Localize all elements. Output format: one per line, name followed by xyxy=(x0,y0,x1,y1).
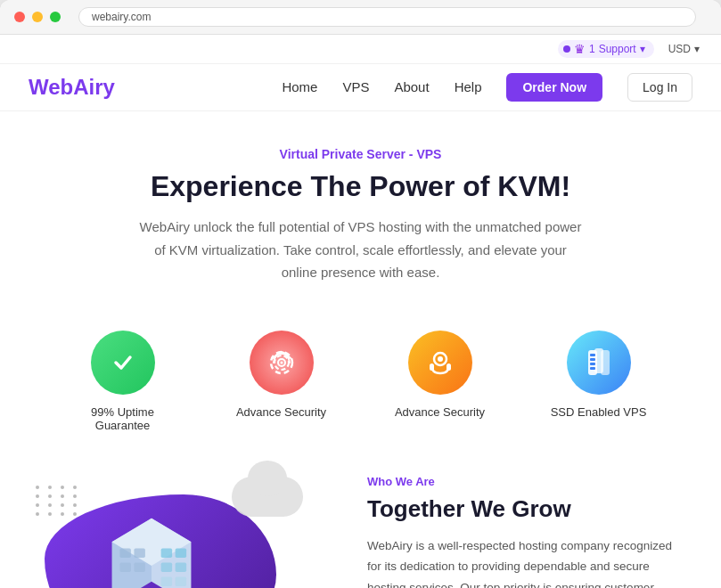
svg-rect-26 xyxy=(134,548,144,558)
dot xyxy=(36,494,39,498)
who-description: WebAiry is a well-respected hosting comp… xyxy=(367,535,685,589)
badge-count: 1 xyxy=(589,43,595,55)
dots-left xyxy=(36,486,80,516)
svg-rect-11 xyxy=(601,350,610,375)
feature-uptime: 99% Uptime Guarantee xyxy=(65,331,181,432)
who-title: Together We Grow xyxy=(367,495,685,523)
svg-rect-15 xyxy=(590,367,595,370)
support-label: Support xyxy=(599,43,636,55)
security2-icon xyxy=(408,331,472,395)
dot xyxy=(36,512,39,516)
dot xyxy=(61,503,64,507)
feature-security2: Advance Security xyxy=(382,331,498,432)
browser-dot-close[interactable] xyxy=(14,12,25,22)
nav-link-help[interactable]: Help xyxy=(455,79,482,94)
nav-item-login[interactable]: Log In xyxy=(627,73,692,102)
svg-point-4 xyxy=(280,361,283,363)
nav-item-help[interactable]: Help xyxy=(455,79,482,95)
logo-web: Web xyxy=(29,75,73,99)
dot xyxy=(36,486,39,489)
browser-dot-maximize[interactable] xyxy=(50,12,61,22)
currency-arrow: ▾ xyxy=(694,43,700,55)
support-badge[interactable]: ♛ 1 Support ▾ xyxy=(558,40,654,58)
dot xyxy=(73,494,77,498)
dot xyxy=(73,512,77,516)
who-section: + + + + + + + + + Who We Are Together We… xyxy=(0,446,721,589)
nav-link-home[interactable]: Home xyxy=(282,79,317,94)
svg-rect-21 xyxy=(161,562,172,572)
svg-rect-19 xyxy=(161,548,172,558)
security2-label: Advance Security xyxy=(395,405,485,419)
login-button[interactable]: Log In xyxy=(627,73,692,102)
support-arrow: ▾ xyxy=(640,43,645,55)
dot xyxy=(36,503,39,507)
building-illustration xyxy=(80,494,223,589)
hero-section: Virtual Private Server - VPS Experience … xyxy=(0,111,721,302)
who-text: Who We Are Together We Grow WebAiry is a… xyxy=(367,468,685,589)
crown-icon: ♛ xyxy=(574,42,586,56)
dot xyxy=(61,486,64,489)
uptime-icon xyxy=(91,331,155,395)
dot xyxy=(73,503,77,507)
browser-window: webairy.com ♛ 1 Support ▾ USD ▾ WebAiry xyxy=(0,0,721,588)
currency-section[interactable]: USD ▾ xyxy=(668,43,700,55)
uptime-label: 99% Uptime Guarantee xyxy=(65,405,181,432)
dot xyxy=(48,512,52,516)
svg-rect-12 xyxy=(590,354,595,356)
dot xyxy=(48,486,52,489)
security1-label: Advance Security xyxy=(236,405,326,419)
feature-ssd: SSD Enabled VPS xyxy=(541,331,657,432)
svg-rect-14 xyxy=(590,363,595,365)
svg-rect-28 xyxy=(134,562,144,572)
svg-rect-7 xyxy=(447,363,451,371)
logo[interactable]: WebAiry xyxy=(29,75,115,100)
nav-link-vps[interactable]: VPS xyxy=(342,79,369,94)
svg-rect-20 xyxy=(176,548,186,558)
browser-url-bar[interactable]: webairy.com xyxy=(78,7,696,27)
feature-security1: Advance Security xyxy=(224,331,340,432)
ssd-icon xyxy=(567,331,631,395)
svg-rect-25 xyxy=(119,548,130,558)
svg-rect-6 xyxy=(430,363,434,371)
svg-point-0 xyxy=(107,347,139,379)
svg-point-8 xyxy=(438,356,443,362)
nav-item-home[interactable]: Home xyxy=(282,79,317,95)
illustration: + + + + + + + + + xyxy=(36,468,339,589)
ssd-label: SSD Enabled VPS xyxy=(551,405,647,419)
logo-airy: Airy xyxy=(73,75,115,99)
support-dot xyxy=(563,45,570,53)
top-bar: ♛ 1 Support ▾ USD ▾ xyxy=(0,35,721,64)
nav-link-about[interactable]: About xyxy=(394,79,429,94)
nav-item-vps[interactable]: VPS xyxy=(342,79,369,95)
currency-label: USD xyxy=(668,43,691,55)
order-now-button[interactable]: Order Now xyxy=(506,73,602,102)
dot xyxy=(73,486,77,489)
dot xyxy=(61,512,64,516)
browser-dot-minimize[interactable] xyxy=(32,12,43,22)
hero-title: Experience The Power of KVM! xyxy=(71,170,650,203)
nav-item-order[interactable]: Order Now xyxy=(506,73,602,102)
svg-rect-23 xyxy=(161,576,172,586)
svg-rect-22 xyxy=(176,562,186,572)
dot xyxy=(61,494,64,498)
dot xyxy=(48,494,52,498)
page-content: ♛ 1 Support ▾ USD ▾ WebAiry Home VPS Abo… xyxy=(0,35,721,588)
support-section[interactable]: ♛ 1 Support ▾ xyxy=(558,40,654,58)
svg-rect-27 xyxy=(119,562,130,572)
features-section: 99% Uptime Guarantee Advance Security xyxy=(0,302,721,446)
dot xyxy=(48,503,52,507)
nav-item-about[interactable]: About xyxy=(394,79,429,95)
browser-bar: webairy.com xyxy=(0,0,721,35)
svg-rect-13 xyxy=(590,358,595,361)
cloud-decoration xyxy=(232,477,303,517)
who-label: Who We Are xyxy=(367,475,685,488)
nav-links: Home VPS About Help Order Now Log In xyxy=(282,73,692,102)
hero-description: WebAiry unlock the full potential of VPS… xyxy=(138,216,584,284)
navbar: WebAiry Home VPS About Help Order Now Lo… xyxy=(0,64,721,111)
security1-icon xyxy=(250,331,314,395)
svg-rect-24 xyxy=(176,576,186,586)
hero-label: Virtual Private Server - VPS xyxy=(71,147,650,161)
